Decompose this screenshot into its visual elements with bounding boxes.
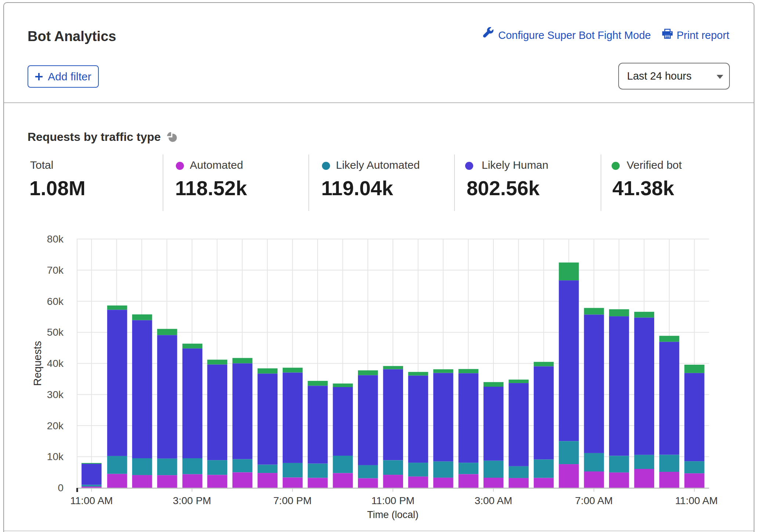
- svg-text:40k: 40k: [47, 358, 64, 369]
- svg-text:3:00 PM: 3:00 PM: [173, 495, 211, 506]
- svg-text:Requests: Requests: [32, 341, 43, 386]
- svg-text:11:00 PM: 11:00 PM: [371, 495, 414, 506]
- svg-text:30k: 30k: [47, 389, 64, 400]
- svg-text:11:00 AM: 11:00 AM: [70, 495, 113, 506]
- svg-text:10k: 10k: [47, 451, 64, 462]
- svg-text:20k: 20k: [47, 420, 64, 431]
- svg-text:70k: 70k: [47, 265, 64, 276]
- svg-text:60k: 60k: [47, 296, 64, 307]
- svg-text:50k: 50k: [47, 327, 64, 338]
- svg-text:3:00 AM: 3:00 AM: [475, 495, 512, 506]
- svg-text:7:00 AM: 7:00 AM: [575, 495, 613, 506]
- svg-text:Time (local): Time (local): [367, 509, 419, 520]
- svg-text:0: 0: [58, 482, 64, 493]
- svg-text:7:00 PM: 7:00 PM: [274, 495, 312, 506]
- svg-text:11:00 AM: 11:00 AM: [675, 495, 718, 506]
- svg-text:80k: 80k: [47, 233, 64, 245]
